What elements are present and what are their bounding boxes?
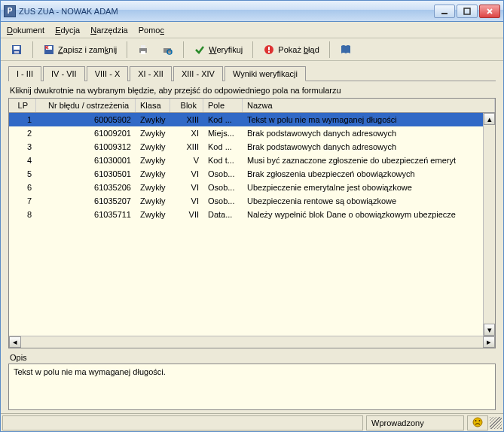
tab-results[interactable]: Wyniki weryfikacji (225, 66, 306, 81)
cell-nazwa: Tekst w polu nie ma wymaganej długości (243, 114, 495, 125)
cell-nr: 61035207 (36, 196, 136, 206)
tab-1-3[interactable]: I - III (8, 66, 41, 81)
svg-rect-13 (268, 47, 270, 50)
description-label: Opis (8, 348, 496, 364)
save-icon (11, 44, 23, 56)
grid-rows[interactable]: 160005902ZwykłyXIIIKod ...Tekst w polu n… (9, 113, 495, 336)
table-row[interactable]: 160005902ZwykłyXIIIKod ...Tekst w polu n… (9, 113, 495, 126)
svg-point-17 (479, 420, 481, 421)
cell-klasa: Zwykły (136, 196, 170, 206)
minimize-button[interactable] (434, 5, 455, 18)
show-error-button[interactable]: Pokaż błąd (258, 41, 324, 59)
table-row[interactable]: 361009312ZwykłyXIIIKod ...Brak podstawow… (9, 140, 495, 154)
cell-nazwa: Należy wypełnić blok Dane o obowiązkowym… (243, 209, 495, 220)
menu-narzedzia[interactable]: Narzędzia (90, 26, 128, 35)
check-icon (194, 44, 206, 56)
col-lp[interactable]: LP (9, 99, 36, 112)
show-error-label: Pokaż błąd (278, 45, 319, 54)
save-close-icon (43, 44, 55, 56)
cell-lp: 2 (9, 128, 36, 138)
help-button[interactable] (334, 41, 357, 59)
svg-point-16 (475, 420, 477, 421)
cell-pole: Kod t... (203, 155, 243, 166)
hint-text: Kliknij dwukrotnie na wybranym błędzie, … (8, 81, 496, 98)
tab-13-14[interactable]: XIII - XIV (173, 66, 223, 81)
verify-label: Weryfikuj (209, 45, 243, 54)
sad-face-icon (472, 417, 483, 429)
cell-nazwa: Brak zgłoszenia ubezpieczeń obowiązkowyc… (243, 169, 495, 179)
cell-blok: XIII (170, 141, 203, 152)
titlebar[interactable]: P ZUS ZUA - NOWAK ADAM (1, 1, 503, 22)
cell-nr: 61009312 (36, 141, 136, 152)
svg-rect-4 (14, 51, 19, 53)
tab-4-7[interactable]: IV - VII (43, 66, 85, 81)
cell-nazwa: Brak podstawowych danych adresowych (243, 128, 495, 138)
cell-lp: 8 (9, 209, 36, 220)
table-row[interactable]: 761035207ZwykłyVIOsob...Ubezpieczenia re… (9, 194, 495, 208)
resize-grip-icon[interactable] (490, 417, 502, 429)
close-button[interactable] (479, 5, 500, 18)
verify-button[interactable]: Weryfikuj (188, 41, 248, 59)
save-close-label: Zapisz i zamknij (58, 45, 117, 54)
scroll-right-icon[interactable]: ▸ (483, 336, 495, 348)
table-row[interactable]: 561030501ZwykłyVIOsob...Brak zgłoszenia … (9, 167, 495, 181)
cell-lp: 5 (9, 169, 36, 179)
cell-nr: 61035206 (36, 182, 136, 193)
scroll-left-icon[interactable]: ◂ (9, 336, 21, 348)
vertical-scrollbar[interactable]: ▴ ▾ (483, 113, 495, 336)
col-nazwa[interactable]: Nazwa (243, 99, 495, 112)
statusbar: Wprowadzony (1, 413, 503, 431)
error-icon (263, 44, 275, 56)
print-button[interactable] (132, 41, 154, 59)
book-icon (340, 44, 352, 56)
window-title: ZUS ZUA - NOWAK ADAM (19, 7, 434, 16)
tab-bar: I - III IV - VII VIII - X XI - XII XIII … (8, 65, 496, 81)
scroll-down-icon[interactable]: ▾ (484, 324, 495, 336)
app-icon: P (4, 5, 16, 17)
table-row[interactable]: 661035206ZwykłyVIOsob...Ubezpieczenie em… (9, 181, 495, 194)
svg-point-15 (473, 418, 482, 427)
cell-nazwa: Ubezpieczenia rentowe są obowiązkowe (243, 196, 495, 206)
menu-dokument[interactable]: Dokument (7, 26, 44, 35)
error-grid: LP Nr błędu / ostrzeżenia Klasa Blok Pol… (8, 98, 496, 348)
cell-blok: V (170, 155, 203, 166)
cell-nr: 61030001 (36, 155, 136, 166)
cell-klasa: Zwykły (136, 114, 170, 125)
cell-klasa: Zwykły (136, 209, 170, 220)
cell-lp: 6 (9, 182, 36, 193)
description-box[interactable]: Tekst w polu nie ma wymaganej długości. (8, 364, 496, 410)
cell-nazwa: Ubezpieczenie emerytalne jest obowiązkow… (243, 182, 495, 193)
menubar: Dokument Edycja Narzędzia Pomoc (1, 22, 503, 38)
cell-klasa: Zwykły (136, 128, 170, 138)
toolbar: Zapisz i zamknij Weryfikuj Pokaż błąd (1, 38, 503, 61)
cell-blok: VI (170, 182, 203, 193)
menu-pomoc[interactable]: Pomoc (139, 26, 164, 35)
scroll-up-icon[interactable]: ▴ (484, 113, 495, 125)
cell-lp: 4 (9, 155, 36, 166)
cell-pole: Osob... (203, 169, 243, 179)
col-blok[interactable]: Blok (170, 99, 203, 112)
cell-lp: 1 (9, 114, 36, 125)
cell-pole: Osob... (203, 196, 243, 206)
col-nr[interactable]: Nr błędu / ostrzeżenia (36, 99, 136, 112)
save-close-button[interactable]: Zapisz i zamknij (38, 41, 122, 59)
maximize-button[interactable] (457, 5, 478, 18)
table-row[interactable]: 461030001ZwykłyVKod t...Musi być zaznacz… (9, 154, 495, 167)
tab-11-12[interactable]: XI - XII (130, 66, 172, 81)
print-preview-icon (161, 44, 173, 56)
tab-8-10[interactable]: VIII - X (87, 66, 129, 81)
svg-rect-3 (14, 46, 20, 50)
col-pole[interactable]: Pole (203, 99, 243, 112)
print-preview-button[interactable] (156, 41, 179, 59)
table-row[interactable]: 861035711ZwykłyVIIData...Należy wypełnić… (9, 208, 495, 221)
cell-blok: VI (170, 196, 203, 206)
cell-blok: XI (170, 128, 203, 138)
cell-nr: 61009201 (36, 128, 136, 138)
menu-edycja[interactable]: Edycja (55, 26, 80, 35)
main-window: P ZUS ZUA - NOWAK ADAM Dokument Edycja N… (0, 0, 504, 432)
save-button[interactable] (5, 41, 28, 59)
col-klasa[interactable]: Klasa (136, 99, 170, 112)
horizontal-scrollbar[interactable]: ◂ ▸ (9, 336, 495, 348)
table-row[interactable]: 261009201ZwykłyXIMiejs...Brak podstawowy… (9, 126, 495, 140)
svg-rect-9 (141, 51, 145, 54)
